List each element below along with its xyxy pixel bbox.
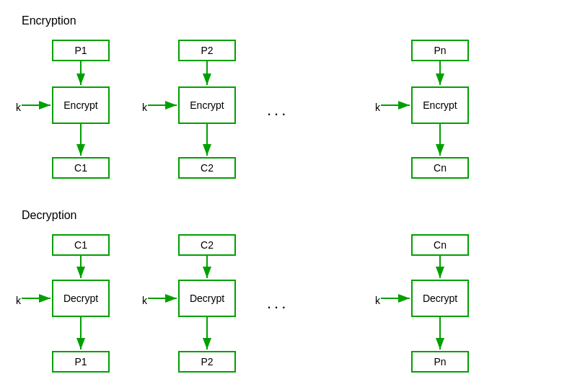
encn-output-box: Cn xyxy=(411,157,469,179)
dec2-output-box: P2 xyxy=(178,351,236,373)
decn-output-box: Pn xyxy=(411,351,469,373)
dec1-k-label: k xyxy=(16,295,21,306)
enc1-input-box: P1 xyxy=(52,40,110,61)
decn-input-box: Cn xyxy=(411,234,469,256)
encn-op-box: Encrypt xyxy=(411,86,469,124)
dec1-output-box: P1 xyxy=(52,351,110,373)
dec2-op-box: Decrypt xyxy=(178,280,236,317)
dec2-input-box: C2 xyxy=(178,234,236,256)
enc1-op-box: Encrypt xyxy=(52,86,110,124)
encn-k-label: k xyxy=(375,102,380,113)
dec-dots: ... xyxy=(267,294,289,313)
enc2-output-box: C2 xyxy=(178,157,236,179)
dec2-k-label: k xyxy=(142,295,147,306)
enc1-output-box: C1 xyxy=(52,157,110,179)
decn-k-label: k xyxy=(375,295,380,306)
decn-op-box: Decrypt xyxy=(411,280,469,317)
enc2-k-label: k xyxy=(142,102,147,113)
dec1-input-box: C1 xyxy=(52,234,110,256)
dec1-op-box: Decrypt xyxy=(52,280,110,317)
enc1-k-label: k xyxy=(16,102,21,113)
encn-input-box: Pn xyxy=(411,40,469,61)
decryption-label: Decryption xyxy=(22,209,76,222)
encryption-label: Encryption xyxy=(22,14,76,27)
enc-dots: ... xyxy=(267,101,289,120)
enc2-input-box: P2 xyxy=(178,40,236,61)
enc2-op-box: Encrypt xyxy=(178,86,236,124)
